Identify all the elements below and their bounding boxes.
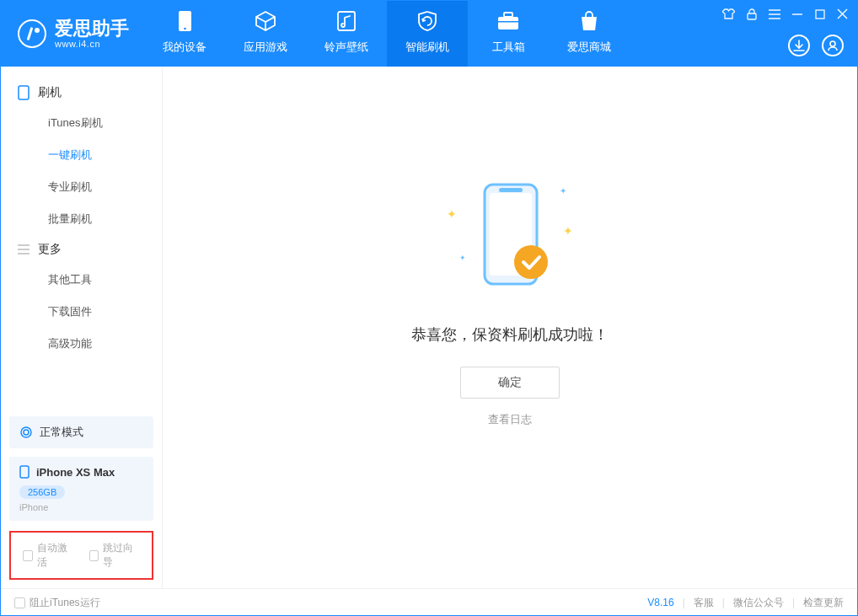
mode-label: 正常模式 bbox=[40, 425, 83, 440]
separator: | bbox=[683, 597, 685, 608]
user-icon[interactable] bbox=[822, 35, 844, 56]
user-row bbox=[788, 35, 844, 56]
tab-label: 应用游戏 bbox=[244, 40, 287, 55]
sync-icon bbox=[19, 426, 33, 439]
logo[interactable]: 爱思助手 www.i4.cn bbox=[1, 1, 144, 67]
checks-row: 自动激活 跳过向导 bbox=[9, 531, 153, 580]
tab-apps[interactable]: 应用游戏 bbox=[225, 1, 306, 67]
phone-icon bbox=[178, 13, 192, 35]
svg-rect-20 bbox=[20, 466, 29, 478]
ok-button[interactable]: 确定 bbox=[460, 367, 560, 399]
bag-icon bbox=[579, 13, 599, 35]
sidebar-item-pro[interactable]: 专业刷机 bbox=[1, 171, 162, 203]
tab-label: 智能刷机 bbox=[405, 40, 449, 55]
checkbox-icon bbox=[89, 550, 99, 561]
toolbox-icon bbox=[496, 13, 520, 35]
separator: | bbox=[792, 597, 795, 608]
wechat-link[interactable]: 微信公众号 bbox=[733, 596, 784, 610]
tab-label: 爱思商城 bbox=[567, 40, 611, 55]
svg-rect-15 bbox=[19, 86, 29, 99]
device-phone-icon bbox=[19, 465, 29, 479]
section-label: 刷机 bbox=[38, 85, 62, 100]
device-mode[interactable]: 正常模式 bbox=[9, 416, 153, 448]
main-tabs: 我的设备 应用游戏 铃声壁纸 智能刷机 工具箱 爱思商城 bbox=[144, 1, 630, 67]
tab-label: 铃声壁纸 bbox=[324, 40, 368, 55]
svg-rect-23 bbox=[499, 188, 523, 192]
separator: | bbox=[722, 597, 725, 608]
device-box: 正常模式 iPhone XS Max 256GB iPhone bbox=[9, 416, 153, 521]
svg-rect-6 bbox=[748, 13, 756, 19]
svg-point-14 bbox=[830, 41, 835, 46]
device-info[interactable]: iPhone XS Max 256GB iPhone bbox=[9, 457, 153, 521]
device-name-text: iPhone XS Max bbox=[36, 466, 115, 479]
success-message: 恭喜您，保资料刷机成功啦！ bbox=[411, 324, 609, 345]
music-icon bbox=[336, 13, 357, 35]
tab-flash[interactable]: 智能刷机 bbox=[387, 1, 468, 67]
svg-rect-5 bbox=[498, 21, 518, 23]
svg-point-19 bbox=[21, 427, 31, 437]
footer-right: V8.16 | 客服 | 微信公众号 | 检查更新 bbox=[647, 596, 844, 610]
check-label: 跳过向导 bbox=[103, 541, 140, 570]
sidebar-item-other[interactable]: 其他工具 bbox=[1, 264, 162, 296]
tab-ringtones[interactable]: 铃声壁纸 bbox=[306, 1, 387, 67]
check-auto-activate[interactable]: 自动激活 bbox=[23, 541, 74, 570]
tab-label: 我的设备 bbox=[163, 40, 206, 55]
success-illustration: ✦ ✦ ✦ ✦ bbox=[447, 178, 573, 304]
check-label: 阻止iTunes运行 bbox=[29, 596, 100, 610]
checkbox-icon bbox=[14, 597, 25, 608]
shirt-icon[interactable] bbox=[722, 8, 735, 20]
svg-rect-3 bbox=[498, 17, 518, 29]
check-label: 自动激活 bbox=[37, 541, 74, 570]
check-skip-guide[interactable]: 跳过向导 bbox=[89, 541, 141, 570]
phone-outline-icon bbox=[18, 85, 29, 100]
svg-rect-2 bbox=[338, 12, 355, 30]
tab-device[interactable]: 我的设备 bbox=[144, 1, 225, 67]
tab-toolbox[interactable]: 工具箱 bbox=[468, 1, 549, 67]
device-type: iPhone bbox=[19, 502, 143, 512]
titlebar-controls bbox=[722, 8, 849, 20]
svg-point-1 bbox=[184, 28, 186, 30]
app-url: www.i4.cn bbox=[55, 39, 129, 49]
list-icon bbox=[18, 244, 29, 254]
sidebar: 刷机 iTunes刷机 一键刷机 专业刷机 批量刷机 更多 其他工具 下载固件 … bbox=[1, 67, 163, 588]
lock-icon[interactable] bbox=[745, 8, 758, 20]
header: 爱思助手 www.i4.cn 我的设备 应用游戏 铃声壁纸 智能刷机 工具箱 爱… bbox=[1, 1, 857, 67]
sidebar-item-firmware[interactable]: 下载固件 bbox=[1, 296, 162, 328]
cube-icon bbox=[255, 13, 276, 35]
menu-icon[interactable] bbox=[768, 8, 780, 20]
section-label: 更多 bbox=[38, 242, 62, 257]
support-link[interactable]: 客服 bbox=[694, 596, 714, 610]
device-capacity: 256GB bbox=[19, 485, 65, 499]
download-icon[interactable] bbox=[788, 35, 810, 56]
version: V8.16 bbox=[647, 597, 673, 608]
update-link[interactable]: 检查更新 bbox=[803, 596, 844, 610]
body: 刷机 iTunes刷机 一键刷机 专业刷机 批量刷机 更多 其他工具 下载固件 … bbox=[1, 67, 857, 588]
svg-point-24 bbox=[514, 245, 548, 279]
tab-label: 工具箱 bbox=[492, 40, 525, 55]
sidebar-section-more: 更多 bbox=[1, 235, 162, 264]
sidebar-item-itunes[interactable]: iTunes刷机 bbox=[1, 107, 162, 139]
view-log-link[interactable]: 查看日志 bbox=[488, 412, 532, 427]
sidebar-section-flash: 刷机 bbox=[1, 78, 162, 107]
check-block-itunes[interactable]: 阻止iTunes运行 bbox=[14, 596, 100, 610]
main-area: ✦ ✦ ✦ ✦ 恭喜您，保资料刷机成功啦！ 确定 查看日志 bbox=[163, 67, 857, 588]
app-name: 爱思助手 bbox=[55, 19, 129, 39]
logo-icon bbox=[18, 19, 46, 48]
footer: 阻止iTunes运行 V8.16 | 客服 | 微信公众号 | 检查更新 bbox=[1, 588, 857, 616]
tab-store[interactable]: 爱思商城 bbox=[549, 1, 630, 67]
sidebar-item-advanced[interactable]: 高级功能 bbox=[1, 328, 162, 360]
checkbox-icon bbox=[23, 550, 33, 561]
minimize-icon[interactable] bbox=[791, 8, 803, 20]
svg-rect-11 bbox=[816, 10, 824, 19]
svg-rect-4 bbox=[504, 13, 512, 17]
sidebar-item-batch[interactable]: 批量刷机 bbox=[1, 203, 162, 235]
refresh-shield-icon bbox=[416, 13, 438, 35]
close-icon[interactable] bbox=[836, 8, 849, 20]
sidebar-item-oneclick[interactable]: 一键刷机 bbox=[1, 139, 162, 171]
maximize-icon[interactable] bbox=[813, 8, 826, 20]
